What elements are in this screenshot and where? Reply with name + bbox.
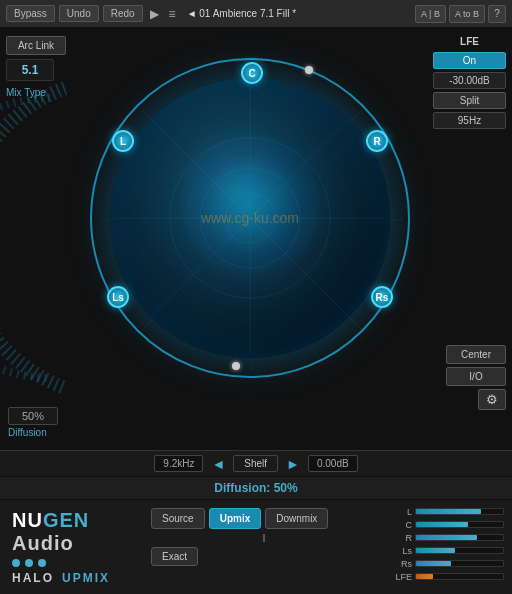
meter-row: LFE [390, 571, 504, 582]
lfe-on-button[interactable]: On [433, 52, 506, 69]
mode-buttons-row: Source Upmix Downmix [151, 508, 376, 529]
arc-link-button[interactable]: Arc Link [6, 36, 66, 55]
meter-bar-bg [415, 521, 504, 528]
brand-dot-2 [25, 559, 33, 567]
bottom-section: NUGEN Audio HALO UPMIX Source Upmix Down… [0, 500, 512, 594]
diffusion-header-bar: Diffusion: 50% [0, 476, 512, 500]
channel-dot-ls[interactable]: Ls [107, 286, 129, 308]
channel-dot-r[interactable]: R [366, 130, 388, 152]
sphere-inner: www.cg-ku.com [110, 78, 390, 358]
channel-dot-l[interactable]: L [112, 130, 134, 152]
sphere-container: www.cg-ku.com C L R Ls Rs [80, 38, 420, 398]
mix-type-label: Mix Type [6, 87, 104, 98]
meter-row: R [390, 532, 504, 543]
atob-button[interactable]: A to B [449, 5, 485, 23]
brand-dots [12, 559, 133, 567]
meter-fill [416, 548, 455, 553]
main-area: Arc Link 5.1 Mix Type [0, 28, 512, 450]
brand-dot-1 [12, 559, 20, 567]
meter-label-lfe: LFE [390, 572, 412, 582]
meter-fill [416, 509, 481, 514]
right-panel: LFE On -30.00dB Split 95Hz [427, 28, 512, 137]
freq-display: 9.2kHz [154, 455, 203, 472]
ring-dot-top-right [305, 66, 313, 74]
brand-nu: NU [12, 509, 43, 531]
meter-bar-bg [415, 508, 504, 515]
lfe-freq-value: 95Hz [433, 112, 506, 129]
lfe-db-value: -30.00dB [433, 72, 506, 89]
channel-dot-c[interactable]: C [241, 62, 263, 84]
upmix-button[interactable]: Upmix [209, 508, 262, 529]
meter-row: C [390, 519, 504, 530]
channel-dot-rs[interactable]: Rs [371, 286, 393, 308]
gear-button[interactable]: ⚙ [478, 389, 506, 410]
play-icon[interactable]: ▶ [147, 7, 162, 21]
inner-grid [110, 78, 390, 358]
meter-bar-bg [415, 573, 504, 580]
downmix-button[interactable]: Downmix [265, 508, 328, 529]
meter-fill [416, 561, 451, 566]
freq-bar: 9.2kHz ◄ Shelf ► 0.00dB [0, 450, 512, 476]
lfe-split-button[interactable]: Split [433, 92, 506, 109]
meter-fill [416, 574, 433, 579]
io-button[interactable]: I/O [446, 367, 506, 386]
brand-audio: Audio [12, 532, 74, 554]
meter-label-l: L [390, 507, 412, 517]
meter-row: Ls [390, 545, 504, 556]
meter-bar-bg [415, 534, 504, 541]
track-name: ◄ 01 Ambience 7.1 Fill * [187, 8, 411, 19]
transport-area: Source Upmix Downmix Exact [145, 500, 382, 594]
meter-panel: LCRLsRsLFE [382, 500, 512, 594]
brand-gen: GEN [43, 509, 89, 531]
top-bar: Bypass Undo Redo ▶ ≡ ◄ 01 Ambience 7.1 F… [0, 0, 512, 28]
mix-type-value: 5.1 [6, 59, 54, 81]
exact-button[interactable]: Exact [151, 547, 198, 566]
bypass-button[interactable]: Bypass [6, 5, 55, 22]
connector-line [263, 534, 265, 542]
source-button[interactable]: Source [151, 508, 205, 529]
freq-arrow-left[interactable]: ◄ [211, 456, 225, 472]
brand-dot-3 [38, 559, 46, 567]
meter-fill [416, 535, 477, 540]
meter-label-ls: Ls [390, 546, 412, 556]
meter-row: Rs [390, 558, 504, 569]
lfe-label: LFE [433, 36, 506, 47]
list-icon[interactable]: ≡ [166, 7, 179, 21]
sphere-outer: www.cg-ku.com C L R Ls Rs [90, 58, 410, 378]
meter-label-rs: Rs [390, 559, 412, 569]
meter-bar-bg [415, 547, 504, 554]
freq-db-value: 0.00dB [308, 455, 358, 472]
center-button[interactable]: Center [446, 345, 506, 364]
redo-button[interactable]: Redo [103, 5, 143, 22]
meter-label-r: R [390, 533, 412, 543]
diffusion-header-text: Diffusion: 50% [214, 481, 297, 495]
meter-label-c: C [390, 520, 412, 530]
bottom-right-buttons: Center I/O ⚙ [446, 345, 506, 410]
freq-arrow-right[interactable]: ► [286, 456, 300, 472]
left-panel: Arc Link 5.1 Mix Type [0, 28, 110, 450]
meter-row: L [390, 506, 504, 517]
help-button[interactable]: ? [488, 5, 506, 23]
brand-halo: HALO [12, 571, 54, 585]
brand-subtitle: HALO UPMIX [12, 571, 133, 585]
brand-name: NUGEN Audio [12, 509, 133, 555]
ring-dot-bottom-left [232, 362, 240, 370]
brand-upmix: UPMIX [62, 571, 110, 585]
brand-area: NUGEN Audio HALO UPMIX [0, 500, 145, 594]
freq-mode: Shelf [233, 455, 278, 472]
ab-button[interactable]: A | B [415, 5, 446, 23]
undo-button[interactable]: Undo [59, 5, 99, 22]
meter-fill [416, 522, 468, 527]
meter-bar-bg [415, 560, 504, 567]
exact-row: Exact [151, 547, 376, 566]
